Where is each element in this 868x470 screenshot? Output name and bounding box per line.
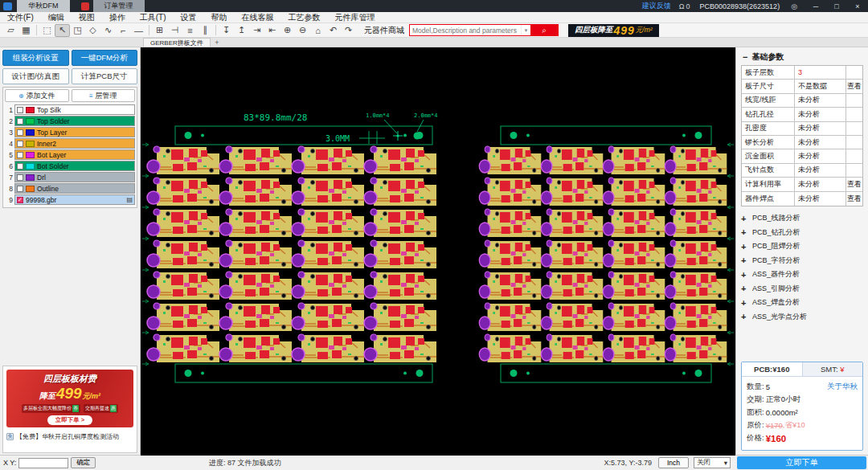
parts-mall-label[interactable]: 元器件商城 — [364, 25, 404, 36]
zoom-in-icon[interactable]: ⊕ — [280, 24, 295, 37]
promo-image[interactable]: 四层板板材费 降至 499 元/m² 多层板全面大幅度降价券 交期再提速惠 立即… — [6, 370, 133, 427]
undo-icon[interactable]: ↶ — [326, 24, 341, 37]
menu-item-1[interactable]: 编辑 — [41, 12, 72, 23]
move-bottom-icon[interactable]: ↧ — [219, 24, 234, 37]
design-view-button[interactable]: 设计图/仿真图 — [2, 68, 69, 84]
minimize-button[interactable]: ─ — [805, 0, 826, 12]
bell-icon[interactable]: Ω — [679, 2, 685, 10]
layer-color-swatch[interactable] — [26, 186, 35, 192]
one-key-dfm-button[interactable]: 一键DFM分析 — [72, 50, 138, 66]
expand-plus-icon[interactable]: + — [741, 270, 747, 280]
param-view-button[interactable]: 查看 — [846, 80, 862, 92]
menu-item-6[interactable]: 帮助 — [204, 12, 235, 23]
menu-item-9[interactable]: 元件库管理 — [328, 12, 383, 23]
layer-color-swatch[interactable] — [26, 152, 35, 158]
calc-pcb-size-button[interactable]: 计算PCB尺寸 — [72, 68, 138, 84]
tab-huaqiu-dfm[interactable]: 华秋DFM — [17, 0, 70, 12]
expand-plus-icon[interactable]: + — [741, 214, 747, 223]
menu-item-3[interactable]: 操作 — [102, 12, 133, 23]
move-left-icon[interactable]: ⇤ — [264, 24, 280, 37]
crop-board-icon[interactable]: ◳ — [70, 24, 85, 37]
add-file-button[interactable]: ⊕ 添加文件 — [5, 89, 69, 102]
settings-icon[interactable]: ◎ — [791, 2, 797, 10]
layer-checkbox[interactable] — [17, 152, 23, 158]
layer-checkbox[interactable] — [17, 118, 23, 125]
redo-icon[interactable]: ↷ — [341, 24, 356, 37]
layer-row-top-silk[interactable]: 1Top Silk — [5, 104, 135, 115]
layer-color-swatch[interactable] — [26, 163, 35, 170]
section-4[interactable]: +ASS_器件分析 — [741, 268, 863, 282]
menu-item-8[interactable]: 工艺参数 — [281, 12, 328, 23]
layer-checkbox[interactable] — [17, 174, 23, 181]
tab-pcb-price[interactable]: PCB:¥160 — [742, 362, 803, 376]
maximize-button[interactable]: □ — [826, 0, 847, 12]
param-view-button[interactable]: 查看 — [846, 178, 862, 190]
layer-checkbox[interactable] — [17, 107, 23, 113]
layer-row-bot-solder[interactable]: 6Bot Solder — [5, 161, 135, 171]
layer-checkbox[interactable] — [17, 163, 23, 170]
place-order-button[interactable]: 立即下单 — [737, 456, 866, 469]
unit-toggle-button[interactable]: Inch — [658, 457, 689, 468]
tab-smt-price[interactable]: SMT: ¥ — [803, 362, 863, 376]
layer-export-icon[interactable]: ▤ — [126, 196, 133, 203]
layer-color-swatch[interactable] — [26, 141, 35, 147]
layer-row-bot-layer[interactable]: 5Bot Layer — [5, 149, 135, 160]
collapse-icon[interactable]: − — [743, 52, 747, 62]
align-center-icon[interactable]: ≡ — [182, 24, 198, 37]
layer-row-top-layer[interactable]: 3Top Layer — [5, 127, 135, 137]
menu-item-5[interactable]: 设置 — [174, 12, 204, 23]
layer-manage-button[interactable]: ≡ 层管理 — [72, 89, 136, 102]
add-tab-button[interactable]: + — [211, 39, 223, 47]
menu-item-4[interactable]: 工具(T) — [133, 12, 174, 23]
expand-plus-icon[interactable]: + — [741, 227, 747, 237]
feedback-link[interactable]: 建议反馈 — [642, 1, 671, 11]
close-button[interactable]: × — [847, 0, 868, 12]
zoom-out-icon[interactable]: ⊖ — [295, 24, 310, 37]
select-rect-icon[interactable]: ⬚ — [39, 24, 55, 37]
news-item[interactable]: 免 【免费】华秋开启孔铜厚度检测活动 — [3, 431, 137, 452]
search-button[interactable]: ⌕ — [530, 25, 558, 35]
menu-item-7[interactable]: 在线客服 — [235, 12, 281, 23]
section-0[interactable]: +PCB_线路分析 — [741, 211, 863, 226]
move-right-icon[interactable]: ⇥ — [249, 24, 264, 37]
promo-banner[interactable]: 四层板降至 499 元/m² — [568, 24, 659, 37]
distribute-icon[interactable]: ∥ — [198, 24, 213, 37]
section-3[interactable]: +PCB_字符分析 — [741, 253, 863, 268]
expand-plus-icon[interactable]: + — [741, 255, 747, 265]
polygon-select-icon[interactable]: ◇ — [85, 24, 100, 37]
layer-row-top-solder[interactable]: 2Top Solder — [5, 116, 135, 126]
layer-row-99998-gbr[interactable]: 9✓99998.gbr▤ — [5, 194, 135, 205]
promo-order-now-button[interactable]: 立即下单 > — [47, 415, 92, 425]
param-view-button[interactable]: 查看 — [846, 192, 862, 206]
pcb-svg[interactable]: 83*89.8mm/283.0MM1.0mm*42.0mm*4 — [141, 47, 735, 456]
measure-icon[interactable]: ⌐ — [116, 24, 131, 37]
menu-item-0[interactable]: 文件(F) — [0, 12, 41, 23]
section-7[interactable]: +ASS_光学点分析 — [741, 309, 863, 324]
trace-route-icon[interactable]: ∿ — [100, 24, 116, 37]
component-search-input[interactable] — [410, 25, 521, 35]
section-2[interactable]: +PCB_阻焊分析 — [741, 239, 863, 254]
expand-plus-icon[interactable]: + — [741, 284, 747, 293]
layer-color-swatch[interactable] — [26, 174, 35, 181]
xy-input[interactable] — [18, 458, 68, 468]
section-5[interactable]: +ASS_引脚分析 — [741, 281, 863, 296]
layer-checkbox[interactable] — [17, 141, 23, 147]
fit-home-icon[interactable]: ⌂ — [310, 24, 326, 37]
expand-plus-icon[interactable]: + — [741, 298, 747, 308]
panelize-icon[interactable]: ⊞ — [152, 24, 167, 37]
move-top-icon[interactable]: ↥ — [234, 24, 249, 37]
layer-checkbox[interactable] — [17, 186, 23, 192]
layer-checkbox[interactable] — [17, 129, 23, 136]
about-huaqiu-link[interactable]: 关于华秋 — [827, 382, 858, 392]
cursor-select-icon[interactable]: ↖ — [55, 24, 70, 37]
assembly-analysis-settings-button[interactable]: 组装分析设置 — [2, 50, 69, 66]
tab-gerber-panel-file[interactable]: GERBER拼板文件 — [143, 38, 211, 47]
layer-row-outline[interactable]: 8Outline — [5, 183, 135, 194]
open-file-icon[interactable]: ▱ — [3, 24, 18, 37]
expand-plus-icon[interactable]: + — [741, 312, 747, 321]
align-left-icon[interactable]: ⊣ — [167, 24, 182, 37]
section-6[interactable]: +ASS_焊盘分析 — [741, 296, 863, 310]
chevron-down-icon[interactable]: ▾ — [521, 25, 530, 35]
layer-color-swatch[interactable] — [26, 129, 35, 136]
section-1[interactable]: +PCB_钻孔分析 — [741, 225, 863, 239]
